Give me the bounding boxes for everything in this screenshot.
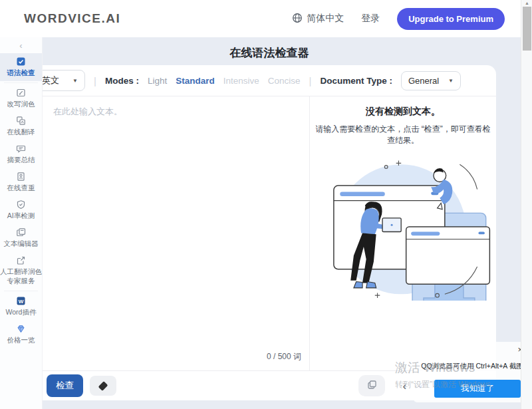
rewrite-icon [16,88,26,98]
external-link-icon [16,255,26,265]
login-link[interactable]: 登录 [361,13,380,25]
sidebar-item-label: 语法检查 [7,68,35,77]
scrollbar-thumb[interactable] [523,7,531,51]
document-type-label: Document Type : [320,76,392,86]
mode-concise[interactable]: Concise [268,76,301,86]
language-select[interactable]: 英文 ▼ [43,70,85,91]
sidebar-item-label: 价格一览 [7,336,35,344]
ai-detect-icon [16,200,26,209]
sidebar: ‹ 语法检查 改写润色 在线翻译 摘要总结 在线查重 AI率检测 [0,37,43,409]
grammar-check-icon [16,57,26,67]
scroll-up-arrow-icon[interactable]: ▲ [521,1,532,5]
sidebar-item-word-plugin[interactable]: W Word插件 [0,293,42,321]
sidebar-item-translate[interactable]: 在线翻译 [0,112,42,140]
sidebar-divider [4,82,38,83]
sidebar-item-label: 改写润色 [7,100,35,108]
sidebar-item-label: 在线查重 [7,184,35,192]
eraser-button[interactable] [90,376,116,396]
sidebar-item-expert-service[interactable]: 人工翻译润色 专家服务 [0,252,42,289]
chevron-down-icon: ▼ [448,78,454,84]
site-language-label: 简体中文 [307,13,344,25]
mode-intensive[interactable]: Intensive [223,76,259,86]
copy-button[interactable] [358,375,385,396]
sidebar-divider [4,291,38,291]
globe-icon [292,13,303,25]
mode-standard[interactable]: Standard [176,76,215,86]
sidebar-item-label: Word插件 [6,308,37,317]
results-panel: 没有检测到文本。 请输入需要检查的文本，点击 “检查”，即可查看检查结果。 [310,96,496,370]
sidebar-item-label: 人工翻译润色 [0,267,42,276]
pricing-diamond-icon [16,324,26,334]
notification-message: QQ浏览器可使用 Ctrl+Alt+A 截图 [421,362,523,371]
word-count: 0 / 500 词 [267,351,301,362]
chevron-down-icon: ▼ [72,78,78,84]
previous-suggestion-icon[interactable]: ‹ [402,380,406,392]
sidebar-item-label-line2: 专家服务 [7,277,35,285]
document-type-select[interactable]: General ▼ [401,71,461,90]
sidebar-item-plagiarism[interactable]: 在线查重 [0,168,42,196]
document-type-value: General [408,76,439,86]
text-input-area[interactable]: 在此处输入文本。 0 / 500 词 [43,96,309,370]
text-editor-icon [16,227,26,237]
language-select-value: 英文 [43,74,59,86]
sidebar-item-label: 文本编辑器 [3,239,39,248]
page-scrollbar[interactable]: ▲ [521,0,532,409]
sidebar-item-pricing[interactable]: 价格一览 [0,321,42,348]
empty-state-illustration [310,153,496,303]
app-header: WORDVICE.AI 简体中文 登录 Upgrade to Premium [0,0,521,37]
copy-icon [367,380,377,392]
notification-confirm-button[interactable]: 我知道了 [434,380,521,398]
toolbar-separator: | [309,75,312,86]
sidebar-item-summary[interactable]: 摘要总结 [0,140,42,168]
header-actions: 简体中文 登录 Upgrade to Premium [292,8,505,30]
options-toolbar: 英文 ▼ | Modes : Light Standard Intensive … [43,65,496,96]
sidebar-item-label: AI率检测 [7,211,35,220]
sidebar-item-text-editor[interactable]: 文本编辑器 [0,224,42,252]
sidebar-item-grammar-check[interactable]: 语法检查 [0,53,42,81]
page-title: 在线语法检查器 [43,45,496,61]
qq-browser-notification: × QQ浏览器可使用 Ctrl+Alt+A 截图 我知道了 [414,342,531,402]
svg-text:W: W [19,299,24,305]
sidebar-item-ai-detect[interactable]: AI率检测 [0,196,42,224]
sidebar-item-rewrite[interactable]: 改写润色 [0,84,42,112]
summary-icon [16,144,26,154]
mode-light[interactable]: Light [148,76,167,86]
empty-state-title: 没有检测到文本。 [310,106,496,118]
editor-placeholder: 在此处输入文本。 [53,106,122,118]
check-button[interactable]: 检查 [47,374,83,397]
modes-label: Modes : [105,76,139,86]
empty-state-description: 请输入需要检查的文本，点击 “检查”，即可查看检查结果。 [310,124,496,146]
eraser-icon [98,381,108,391]
site-language-switch[interactable]: 简体中文 [292,13,344,25]
sidebar-collapse-button[interactable]: ‹ [0,37,42,53]
plagiarism-icon [16,172,26,182]
translate-icon [16,116,26,126]
sidebar-item-label: 摘要总结 [7,156,35,164]
wordvice-logo: WORDVICE.AI [24,11,120,26]
toolbar-separator: | [94,75,96,86]
upgrade-premium-button[interactable]: Upgrade to Premium [397,8,505,30]
sidebar-item-label: 在线翻译 [7,128,35,136]
word-plugin-icon: W [16,296,26,306]
